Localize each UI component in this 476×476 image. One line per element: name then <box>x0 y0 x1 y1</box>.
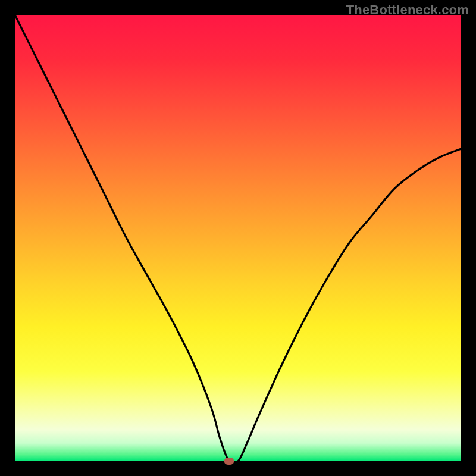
min-marker <box>224 458 234 465</box>
plot-area <box>15 15 461 461</box>
chart-frame: TheBottleneck.com <box>0 0 476 476</box>
bottleneck-curve <box>15 15 461 461</box>
